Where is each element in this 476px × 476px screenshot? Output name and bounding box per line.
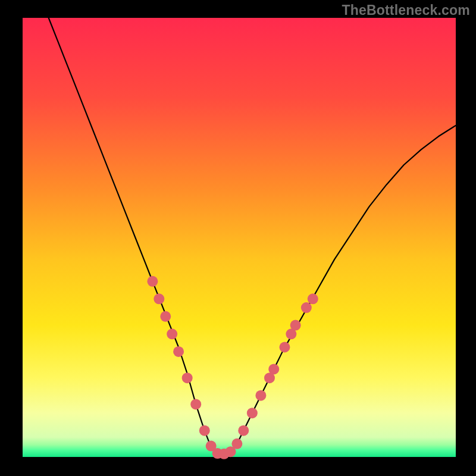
data-marker	[238, 425, 249, 436]
data-marker	[308, 293, 318, 304]
data-marker	[182, 372, 193, 383]
data-marker	[167, 328, 177, 339]
bottleneck-chart	[0, 0, 476, 476]
data-marker	[160, 311, 171, 322]
data-marker	[290, 320, 301, 331]
plot-background	[23, 18, 456, 457]
data-marker	[190, 399, 201, 409]
data-marker	[247, 408, 258, 418]
chart-frame: TheBottleneck.com	[0, 0, 476, 476]
data-marker	[154, 293, 164, 304]
data-marker	[268, 364, 279, 374]
data-marker	[199, 425, 210, 436]
data-marker	[173, 346, 184, 357]
data-marker	[279, 342, 290, 353]
data-marker	[301, 302, 312, 313]
data-marker	[231, 439, 242, 449]
data-marker	[147, 276, 158, 287]
data-marker	[255, 390, 266, 401]
